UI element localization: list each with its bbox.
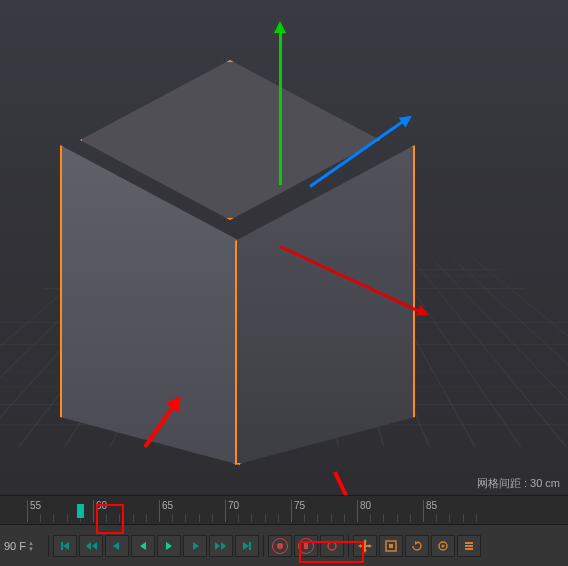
tick-minor (344, 514, 345, 522)
cube-object[interactable] (50, 60, 430, 480)
parameter-icon (437, 540, 449, 552)
tick-minor (185, 514, 186, 522)
key-parameter-button[interactable] (431, 535, 455, 557)
tick-major: 75 (291, 500, 305, 522)
timeline-ruler[interactable]: 55606570758085 (0, 495, 568, 525)
current-frame-field[interactable]: 90 F ▲▼ (4, 540, 44, 552)
play-reverse-button[interactable] (131, 535, 155, 557)
tick-major: 70 (225, 500, 239, 522)
frame-stepper[interactable]: ▲▼ (28, 540, 34, 552)
viewport-3d[interactable]: 网格间距 : 30 cm (0, 0, 568, 495)
key-scale-button[interactable] (379, 535, 403, 557)
play-reverse-icon (137, 540, 149, 552)
step-forward-icon (189, 540, 201, 552)
tick-major: 55 (27, 500, 41, 522)
tick-minor (463, 514, 464, 522)
playback-toolbar: 90 F ▲▼ (0, 525, 568, 566)
key-rotation-button[interactable] (405, 535, 429, 557)
go-prev-key-button[interactable] (79, 535, 103, 557)
annotation-highlight (299, 541, 364, 563)
step-forward-button[interactable] (183, 535, 207, 557)
tick-minor (304, 514, 305, 522)
go-start-icon (59, 540, 71, 552)
divider (263, 535, 264, 557)
play-icon (163, 540, 175, 552)
tick-minor (476, 514, 477, 522)
tick-minor (436, 514, 437, 522)
tick-minor (278, 514, 279, 522)
tick-major: 80 (357, 500, 371, 522)
tick-minor (317, 514, 318, 522)
axis-gizmo[interactable] (280, 185, 281, 186)
tick-minor (251, 514, 252, 522)
tick-minor (397, 514, 398, 522)
pla-icon (463, 540, 475, 552)
annotation-highlight (96, 504, 124, 534)
tick-minor (40, 514, 41, 522)
current-frame-value: 90 F (4, 540, 26, 552)
keyframe-marker[interactable] (77, 504, 84, 518)
tick-minor (53, 514, 54, 522)
record-icon (272, 538, 288, 554)
svg-point-0 (277, 543, 283, 549)
divider (48, 535, 49, 557)
tick-minor (449, 514, 450, 522)
tick-minor (383, 514, 384, 522)
tick-minor (410, 514, 411, 522)
tick-minor (370, 514, 371, 522)
tick-minor (199, 514, 200, 522)
next-key-icon (215, 540, 227, 552)
step-back-icon (111, 540, 123, 552)
tick-major: 85 (423, 500, 437, 522)
record-button[interactable] (268, 535, 292, 557)
tick-minor (146, 514, 147, 522)
go-end-button[interactable] (235, 535, 259, 557)
tick-minor (133, 514, 134, 522)
rotate-icon (411, 540, 423, 552)
grid-spacing-label: 网格间距 : 30 cm (477, 476, 560, 491)
tick-minor (172, 514, 173, 522)
y-axis-handle[interactable] (279, 25, 282, 185)
timeline-ticks[interactable]: 55606570758085 (0, 496, 568, 524)
svg-rect-4 (389, 544, 393, 548)
step-back-button[interactable] (105, 535, 129, 557)
go-start-button[interactable] (53, 535, 77, 557)
tick-minor (331, 514, 332, 522)
prev-key-icon (85, 540, 97, 552)
tick-major: 65 (159, 500, 173, 522)
tick-minor (265, 514, 266, 522)
tick-minor (67, 514, 68, 522)
svg-point-6 (442, 544, 445, 547)
tick-minor (238, 514, 239, 522)
scale-icon (385, 540, 397, 552)
key-pla-button[interactable] (457, 535, 481, 557)
tick-minor (212, 514, 213, 522)
go-next-key-button[interactable] (209, 535, 233, 557)
play-button[interactable] (157, 535, 181, 557)
go-end-icon (241, 540, 253, 552)
